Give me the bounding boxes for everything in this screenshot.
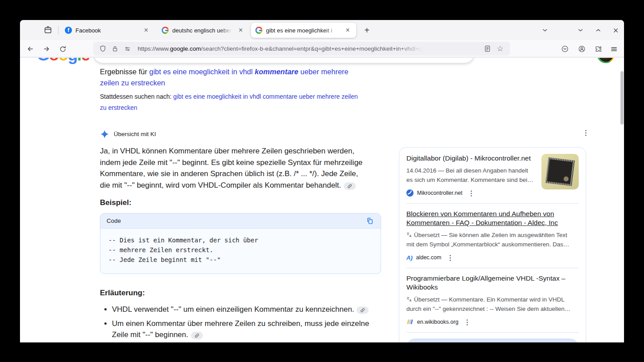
tab-close-icon[interactable] [237, 26, 245, 34]
link-icon [347, 184, 352, 189]
citation-chip[interactable] [344, 182, 356, 190]
google-logo: Google [37, 58, 89, 64]
source-menu-button[interactable] [468, 189, 475, 197]
source-snippet: AÜbersetzt — Sie können alle Zeilen im a… [406, 230, 571, 249]
tab-translate[interactable]: deutshc englisch uebersetz [157, 23, 249, 38]
reader-mode-icon[interactable] [482, 44, 492, 54]
citation-chip[interactable] [357, 306, 369, 314]
source-card-wikibooks[interactable]: Programmierbare Logik/Allgemeine VHDL -S… [406, 274, 579, 326]
copy-code-button[interactable] [365, 216, 374, 226]
tab-bar: f Facebook deutshc englisch uebersetz gi… [20, 20, 624, 40]
window-minimize-button[interactable] [574, 24, 587, 37]
explanation-list: VHDL verwendet "--" um einen einzeiligen… [100, 304, 384, 342]
source-menu-button[interactable] [464, 318, 471, 326]
tab-title: Facebook [76, 27, 139, 34]
forward-button[interactable] [40, 42, 53, 56]
code-line: -- Dies ist ein Kommentar, der sich über [108, 235, 373, 245]
forward-arrow-icon [43, 45, 51, 53]
code-card-header: Code [100, 213, 381, 229]
firefox-view-icon [44, 26, 52, 35]
source-title[interactable]: Blockieren von Kommentaren und Aufheben … [406, 209, 579, 228]
code-line: -- mehrere Zeilen erstreckt. [108, 245, 373, 255]
ai-overview-label: Übersicht mit KI [114, 131, 156, 137]
source-domain: aldec.com [416, 254, 441, 261]
ai-sparkle-icon [100, 129, 109, 139]
reload-button[interactable] [56, 42, 69, 56]
window-close-button[interactable] [609, 24, 622, 37]
window-maximize-button[interactable] [592, 24, 605, 37]
pocket-icon [561, 45, 569, 53]
new-tab-button[interactable] [361, 24, 373, 36]
erlaeuterung-heading: Erläuterung: [100, 289, 386, 298]
back-arrow-icon [26, 45, 34, 53]
tab-close-icon[interactable] [344, 26, 352, 34]
aldec-favicon: A) [406, 254, 413, 261]
code-panel-title: Code [107, 217, 365, 224]
translate-icon: A [406, 232, 412, 238]
page-scrollbar[interactable] [620, 71, 624, 125]
profile-avatar[interactable] [597, 58, 615, 63]
ai-overview-menu-button[interactable] [580, 127, 591, 138]
source-domain: Mikrocontroller.net [417, 190, 462, 196]
beispiel-heading: Beispiel: [100, 198, 386, 207]
code-line: -- Jede Zeile beginnt mit "--" [108, 255, 373, 265]
source-title[interactable]: Digitallabor (Digilab) - Mikrocontroller… [406, 154, 536, 163]
google-favicon [162, 27, 169, 34]
menu-button[interactable] [607, 42, 620, 56]
link-icon [195, 333, 199, 338]
back-button[interactable] [24, 42, 37, 56]
source-title[interactable]: Programmierbare Logik/Allgemeine VHDL -S… [406, 274, 579, 292]
facebook-favicon: f [65, 27, 72, 34]
page-content: Google Ergebnisse für gibt es eine moegl… [20, 58, 624, 342]
chevron-down-icon [541, 27, 549, 34]
bookmark-star-icon[interactable] [495, 44, 505, 54]
navigation-toolbar: https://www.google.com/search?client=fir… [20, 40, 624, 57]
divider [406, 203, 579, 204]
tracking-shield-icon[interactable] [98, 44, 107, 54]
ai-sources-panel: Digitallabor (Digilab) - Mikrocontroller… [399, 147, 586, 342]
results-for-line: Ergebnisse für gibt es eine moeglichkeit… [100, 66, 362, 88]
tab-separator [58, 26, 59, 35]
tab-title: gibt es eine moeglichkeit i [266, 27, 340, 34]
pocket-button[interactable] [558, 42, 572, 56]
url-protocol: https://www. [138, 45, 170, 52]
permissions-icon[interactable] [123, 44, 132, 54]
close-icon [612, 27, 619, 34]
translate-icon: A [406, 297, 412, 302]
source-menu-button[interactable] [447, 253, 454, 262]
browser-window: f Facebook deutshc englisch uebersetz gi… [20, 20, 624, 342]
code-block: -- Dies ist ein Kommentar, der sich über… [100, 229, 381, 274]
result-thumbnail-chip-image[interactable] [541, 154, 579, 189]
citation-chip[interactable] [191, 332, 203, 339]
puzzle-icon [595, 45, 602, 53]
tab-facebook[interactable]: f Facebook [60, 23, 155, 38]
tab-title: deutshc englisch uebersetz [172, 27, 233, 34]
code-card: Code -- Dies ist ein Kommentar, der sich… [100, 213, 381, 274]
reload-icon [59, 45, 67, 53]
source-snippet: AÜbersetzt — Kommentare. Ein Kommentar w… [406, 295, 571, 314]
account-icon [578, 45, 586, 53]
extensions-button[interactable] [592, 42, 605, 56]
source-card-mikrocontroller[interactable]: Digitallabor (Digilab) - Mikrocontroller… [406, 154, 579, 197]
url-bar[interactable]: https://www.google.com/search?client=fir… [93, 42, 510, 56]
divider [406, 332, 579, 333]
list-item: VHDL verwendet "--" um einen einzeiligen… [112, 304, 384, 315]
tab-active-search[interactable]: gibt es eine moeglichkeit i [251, 23, 356, 38]
show-all-button[interactable] [406, 338, 579, 343]
lock-icon[interactable] [110, 44, 120, 54]
instead-prefix: Stattdessen suchen nach: [100, 93, 173, 100]
account-button[interactable] [575, 42, 588, 56]
firefox-view-button[interactable] [41, 23, 55, 37]
url-domain: google.com [170, 45, 201, 52]
source-snippet: 14.04.2016 — Bei all diesen Angaben hand… [406, 166, 534, 185]
hamburger-icon [610, 45, 618, 53]
list-all-tabs-button[interactable] [538, 24, 552, 37]
source-card-aldec[interactable]: Blockieren von Kommentaren und Aufheben … [406, 209, 579, 262]
mikrocontroller-favicon [406, 189, 413, 197]
svg-text:A: A [409, 234, 412, 237]
chevron-up-icon [595, 27, 602, 34]
list-item: Um einen Kommentar über mehrere Zeilen z… [112, 318, 384, 341]
tab-close-icon[interactable] [142, 26, 150, 34]
corrected-term: kommentare [255, 68, 298, 76]
divider [406, 268, 579, 268]
